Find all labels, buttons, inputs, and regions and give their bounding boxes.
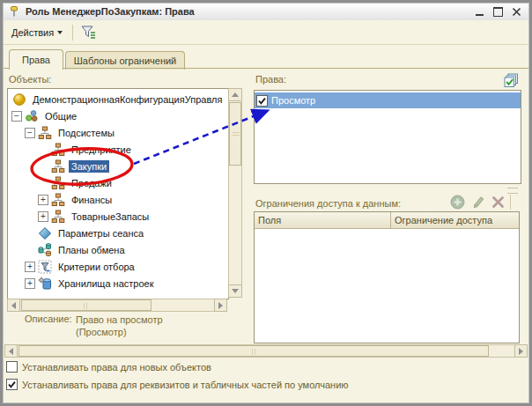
tree-item-label: Планы обмена	[55, 244, 128, 256]
filter-icon	[80, 25, 97, 40]
rights-list[interactable]: Просмотр	[254, 90, 521, 184]
minimize-button[interactable]	[473, 5, 485, 18]
tree-item-enterprise[interactable]: Предприятие	[8, 141, 228, 158]
tree-item-session-parameters[interactable]: Параметры сеанса	[8, 225, 228, 241]
tree-item-label: Продажи	[69, 177, 115, 189]
filter-button[interactable]	[78, 23, 99, 42]
subsystem-icon	[51, 159, 65, 173]
tree-item-finances[interactable]: + Финансы	[8, 191, 228, 208]
tab-rights[interactable]: Права	[9, 49, 63, 70]
expand-icon[interactable]: +	[25, 262, 35, 272]
check-icon	[257, 96, 267, 106]
subsystem-icon	[51, 193, 65, 207]
maximize-icon	[493, 7, 503, 17]
description-label: Описание:	[25, 314, 69, 338]
page-hscroll-thumb[interactable]	[18, 345, 489, 357]
actions-label: Действия	[11, 27, 54, 38]
close-button[interactable]	[510, 5, 522, 18]
scroll-down-button[interactable]	[228, 284, 242, 298]
arrow-right-icon	[218, 302, 223, 309]
tree-item-label: Параметры сеанса	[55, 227, 146, 240]
tree-item-label: Общие	[42, 110, 79, 122]
scroll-right-button[interactable]	[214, 299, 227, 312]
scroll-right-button[interactable]	[514, 344, 528, 358]
scroll-left-button[interactable]	[7, 299, 20, 312]
arrow-down-icon	[232, 289, 239, 293]
expand-icon[interactable]: +	[25, 278, 35, 289]
splitter-handle[interactable]	[507, 188, 518, 194]
tree-item-label: Критерии отбора	[55, 261, 137, 273]
objects-tree[interactable]: ДемонстрационнаяКонфигурацияУправля − Об…	[7, 88, 229, 299]
scroll-up-button[interactable]	[228, 88, 242, 101]
delete-icon	[491, 195, 506, 210]
expand-icon[interactable]: +	[38, 195, 48, 205]
tree-item-configuration-root[interactable]: ДемонстрационнаяКонфигурацияУправля	[8, 91, 228, 107]
collapse-icon[interactable]: −	[11, 111, 22, 122]
tab-restriction-templates-label: Шаблоны ограничений	[74, 55, 177, 66]
set-rights-attributes-option[interactable]: Устанавливать права для реквизитов и таб…	[6, 379, 349, 390]
edit-restriction-button[interactable]	[471, 195, 486, 210]
window-title: Роль МенеджерПоЗакупкам: Права	[26, 6, 195, 17]
scroll-left-button[interactable]	[4, 344, 18, 358]
subsystem-icon	[51, 143, 65, 157]
new-objects-label: Устанавливать права для новых объектов	[22, 362, 211, 373]
rights-label: Права:	[255, 74, 286, 85]
check-icon	[7, 380, 17, 389]
exchange-plans-icon	[38, 243, 52, 257]
settings-storage-icon	[38, 277, 52, 291]
tree-item-subsystems[interactable]: − Подсистемы	[8, 124, 228, 141]
restrictions-label: Ограничения доступа к данным:	[255, 198, 401, 209]
maximize-button[interactable]	[491, 5, 504, 18]
tree-item-label: ТоварныеЗапасы	[69, 210, 151, 223]
tree-hscroll-thumb[interactable]	[21, 299, 151, 311]
icon-separator	[510, 195, 511, 210]
objects-label: Объекты:	[9, 74, 51, 85]
tree-item-label: Финансы	[69, 194, 115, 206]
filter-criteria-icon	[38, 260, 52, 274]
role-rights-window: Роль МенеджерПоЗакупкам: Права Действия	[0, 0, 532, 406]
close-icon	[512, 7, 521, 17]
minimize-icon	[476, 14, 484, 16]
set-rights-new-objects-option[interactable]: Устанавливать права для новых объектов	[6, 361, 211, 373]
tab-rights-label: Права	[22, 55, 50, 65]
tab-strip-line	[4, 68, 528, 69]
arrow-left-icon	[11, 302, 16, 309]
attributes-checkbox[interactable]	[6, 379, 18, 390]
restrictions-table[interactable]: Поля Ограничение доступа	[254, 211, 520, 343]
title-bar[interactable]: Роль МенеджерПоЗакупкам: Права	[3, 3, 529, 20]
tree-item-purchases[interactable]: Закупки	[8, 158, 228, 174]
tree-item-label: Закупки	[69, 160, 109, 173]
column-header-fields: Поля	[255, 212, 391, 228]
restrictions-table-header: Поля Ограничение доступа	[255, 212, 519, 229]
right-item-label: Просмотр	[271, 95, 315, 106]
tree-vscroll-thumb[interactable]	[229, 102, 241, 166]
toolbar-separator	[72, 25, 73, 41]
delete-restriction-button[interactable]	[491, 195, 506, 210]
right-item-view[interactable]: Просмотр	[255, 92, 521, 108]
add-restriction-button[interactable]	[450, 195, 465, 210]
arrow-up-icon	[232, 92, 239, 97]
right-view-checkbox[interactable]	[256, 95, 268, 107]
tree-item-settings-storage[interactable]: + Хранилища настроек	[8, 275, 228, 292]
subsystem-icon	[51, 210, 65, 224]
configuration-icon	[12, 92, 26, 107]
tree-item-exchange-plans[interactable]: Планы обмена	[8, 241, 228, 258]
collapse-icon[interactable]: −	[25, 128, 35, 138]
arrow-right-icon	[519, 348, 523, 355]
new-objects-checkbox[interactable]	[6, 361, 18, 373]
tree-item-label: Подсистемы	[55, 127, 117, 139]
expand-icon[interactable]: +	[38, 211, 48, 222]
toolbar: Действия	[3, 20, 529, 45]
actions-menu-button[interactable]: Действия	[6, 26, 68, 40]
tree-item-goods-stock[interactable]: + ТоварныеЗапасы	[8, 208, 228, 225]
tree-item-filter-criteria[interactable]: + Критерии отбора	[8, 258, 228, 275]
set-all-rights-button[interactable]	[504, 73, 519, 88]
description-block: Описание: Право на просмотр (Просмотр)	[25, 314, 163, 338]
tree-item-sales[interactable]: Продажи	[8, 174, 228, 191]
add-icon	[450, 195, 465, 210]
set-all-rights-icon	[504, 73, 519, 88]
tree-item-common[interactable]: − Общие	[8, 107, 228, 124]
tab-restriction-templates[interactable]: Шаблоны ограничений	[65, 51, 185, 70]
pencil-icon	[471, 195, 486, 210]
tree-item-label: ДемонстрационнаяКонфигурацияУправля	[30, 93, 225, 106]
